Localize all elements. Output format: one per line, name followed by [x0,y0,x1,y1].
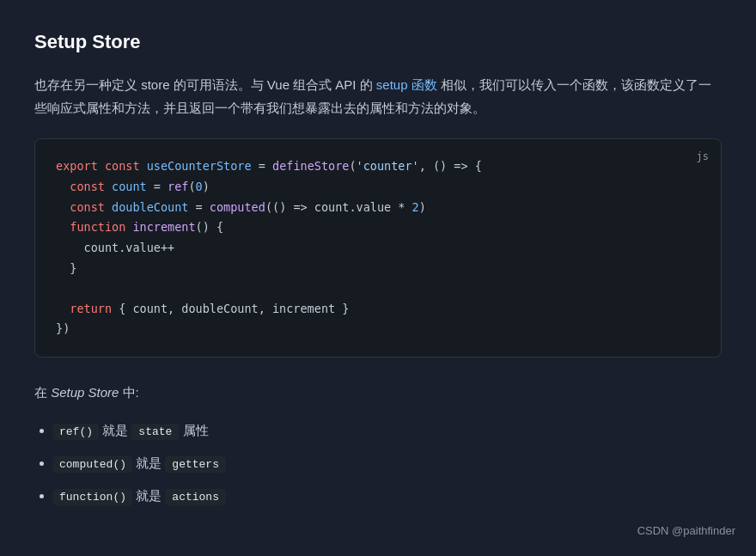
section-label-prefix: 在 [34,385,51,400]
code-line-3: const doubleCount = computed(() => count… [56,198,700,218]
list-item-function: function() 就是 actions [53,485,722,507]
code-function: function() [53,489,132,505]
desc-highlight-setup: setup 函数 [376,77,437,92]
code-line-9: }) [56,319,700,339]
connector-1: 就是 [102,423,131,437]
section-label: 在 Setup Store 中: [34,382,722,404]
section-label-italic: Setup Store [51,385,119,400]
code-line-5: count.value++ [56,238,700,259]
badge-actions: actions [165,489,226,505]
code-line-6: } [56,259,700,279]
code-line-4: function increment() { [56,217,700,238]
code-ref: ref() [53,424,99,440]
code-line-7 [56,278,700,299]
section-label-suffix: 中: [119,385,138,400]
code-line-1: export const useCounterStore = defineSto… [56,156,700,177]
code-line-2: const count = ref(0) [56,177,700,198]
feature-list: ref() 就是 state 属性 computed() 就是 getters … [34,419,722,507]
connector-3: 就是 [136,488,165,503]
description-text: 也存在另一种定义 store 的可用语法。与 Vue 组合式 API 的 set… [34,73,722,119]
page-title: Setup Store [34,26,722,58]
code-line-8: return { count, doubleCount, increment } [56,299,700,320]
desc-part1: 也存在另一种定义 store 的可用语法。与 Vue 组合式 API 的 [34,77,376,92]
list-item-computed: computed() 就是 getters [53,452,722,474]
attr-label: 属性 [183,423,209,437]
code-content: export const useCounterStore = defineSto… [56,156,700,339]
list-item-ref: ref() 就是 state 属性 [53,419,722,442]
badge-getters: getters [165,456,226,473]
connector-2: 就是 [136,455,165,470]
code-computed: computed() [53,456,132,473]
badge-state: state [131,424,179,440]
footer-watermark: CSDN @paithfinder [637,522,735,541]
code-block: js export const useCounterStore = define… [34,138,722,357]
code-lang-badge: js [697,148,709,166]
